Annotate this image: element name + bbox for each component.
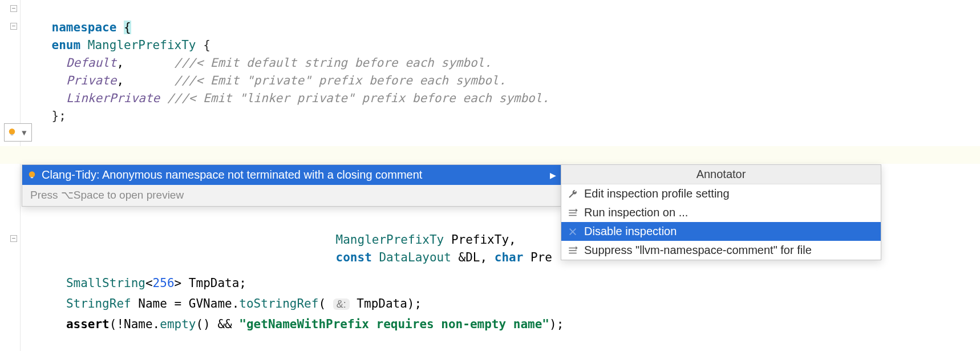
editor-gutter: − − − − − xyxy=(0,0,21,351)
menu-item-label: Disable inspection xyxy=(584,225,677,238)
fold-marker-icon[interactable]: − xyxy=(10,5,18,13)
menu-item-edit-profile[interactable]: Edit inspection profile setting xyxy=(561,184,881,203)
fold-marker-icon[interactable]: − xyxy=(10,23,18,31)
code-line[interactable]: assert(!Name.empty() && "getNameWithPref… xyxy=(23,298,564,316)
svg-rect-3 xyxy=(31,177,34,178)
code-line[interactable]: enum ManglerPrefixTy { xyxy=(23,19,210,37)
inspection-title: Clang-Tidy: Anonymous namespace not term… xyxy=(42,168,422,181)
lightbulb-icon xyxy=(7,127,17,138)
intention-bulb[interactable]: ▾ xyxy=(4,123,32,142)
chevron-down-icon: ▾ xyxy=(21,126,28,139)
type-name: DataLayout xyxy=(379,251,451,264)
inspection-popup[interactable]: Clang-Tidy: Anonymous namespace not term… xyxy=(22,164,562,207)
keyword: const xyxy=(336,251,379,264)
svg-point-2 xyxy=(29,171,35,177)
code-line[interactable]: const DataLayout &DL, char Pre xyxy=(307,231,552,249)
function-call: assert xyxy=(66,317,110,331)
keyword: char xyxy=(495,251,524,264)
string-literal: "getNameWithPrefix requires non-empty na… xyxy=(239,317,549,331)
code-editor[interactable]: − − − − − namespace { enum ManglerPrefix… xyxy=(0,0,980,351)
menu-item-run-inspection[interactable]: Run inspection on ... xyxy=(561,203,881,222)
menu-item-suppress[interactable]: Suppress "llvm-namespace-comment" for fi… xyxy=(561,241,881,260)
comment: ///< Emit "linker private" prefix before… xyxy=(167,91,549,105)
svg-point-0 xyxy=(9,128,15,135)
fold-marker-icon[interactable]: − xyxy=(10,235,18,243)
code-line[interactable]: SmallString<256> TmpData; xyxy=(23,257,246,275)
suppress-icon xyxy=(567,245,578,256)
svg-rect-1 xyxy=(11,134,14,135)
hint-text: Press ⌥Space to open preview xyxy=(22,185,562,206)
chevron-right-icon: ▶ xyxy=(550,171,556,180)
code-line[interactable]: Default, ///< Emit default string before… xyxy=(23,37,492,54)
lightbulb-icon xyxy=(27,170,37,180)
wrench-icon xyxy=(567,188,578,200)
function-call: empty xyxy=(160,317,196,331)
run-icon xyxy=(567,207,578,219)
close-icon xyxy=(567,226,578,237)
code-line[interactable]: ManglerPrefixTy PrefixTy, xyxy=(307,213,516,231)
menu-item-label: Run inspection on ... xyxy=(584,206,688,219)
code-line[interactable]: }; xyxy=(23,90,66,107)
enum-const: LinkerPrivate xyxy=(66,91,160,105)
code-line[interactable]: LinkerPrivate ///< Emit "linker private"… xyxy=(23,72,549,90)
code-line[interactable]: } xyxy=(23,146,59,164)
annotator-submenu[interactable]: Annotator Edit inspection profile settin… xyxy=(561,164,881,260)
menu-item-label: Suppress "llvm-namespace-comment" for fi… xyxy=(584,244,812,257)
inspection-item[interactable]: Clang-Tidy: Anonymous namespace not term… xyxy=(22,165,562,185)
code-line[interactable]: StringRef Name = GVName.toStringRef( &: … xyxy=(23,277,422,295)
submenu-title: Annotator xyxy=(561,165,881,184)
code-line[interactable]: Private, ///< Emit "private" prefix befo… xyxy=(23,54,506,72)
code-line[interactable]: namespace { xyxy=(23,1,131,19)
menu-item-disable-inspection[interactable]: Disable inspection xyxy=(561,222,881,241)
menu-item-label: Edit inspection profile setting xyxy=(584,187,730,200)
warning-highlight xyxy=(0,146,980,164)
code-text: }; xyxy=(52,109,66,123)
